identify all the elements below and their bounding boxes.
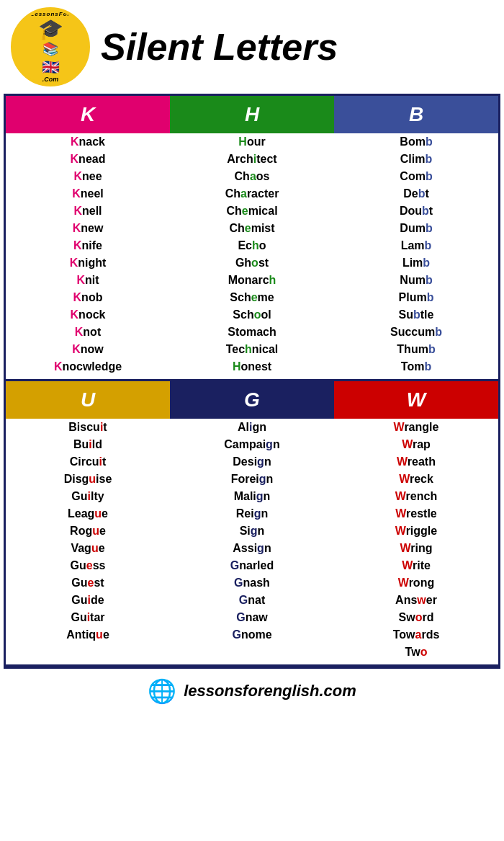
list-item: Numb — [334, 272, 498, 289]
list-item: Limb — [334, 254, 498, 272]
table-row: VagueAssignWring — [6, 540, 498, 557]
header-w: W — [334, 381, 498, 419]
table-row: KnitMonarchNumb — [6, 272, 498, 289]
list-item: Sign — [170, 522, 334, 540]
list-item: Knew — [6, 220, 170, 237]
list-item: Guess — [6, 557, 170, 574]
list-item: Character — [170, 185, 334, 203]
list-item: Chemical — [170, 203, 334, 220]
header-h: H — [170, 96, 334, 133]
list-item: Circuit — [6, 453, 170, 471]
logo-top-text: LessonsFor — [30, 11, 70, 17]
list-item: Two — [334, 644, 498, 664]
list-item: Antique — [6, 626, 170, 644]
list-item: Knob — [6, 289, 170, 306]
list-item: Know — [6, 341, 170, 358]
list-item: Knot — [6, 324, 170, 341]
footer-url: lessonsforenglish.com — [184, 682, 356, 700]
header-k: K — [6, 96, 170, 133]
table-row: RogueSignWriggle — [6, 522, 498, 540]
table-row: KnightGhostLimb — [6, 254, 498, 272]
list-item: Doubt — [334, 203, 498, 220]
list-item: Guilty — [6, 488, 170, 505]
list-item: Debt — [334, 185, 498, 203]
list-item — [6, 644, 170, 664]
list-item: Kneel — [6, 185, 170, 203]
list-item: Gnaw — [170, 609, 334, 626]
list-item: School — [170, 306, 334, 324]
table-row: DisguiseForeignWreck — [6, 471, 498, 488]
table-row: KneeChaosComb — [6, 168, 498, 185]
list-item: Wrestle — [334, 505, 498, 522]
list-item: Technical — [170, 341, 334, 358]
flag-icon: 🇬🇧 — [42, 58, 60, 76]
table-row: GuideGnatAnswer — [6, 592, 498, 609]
list-item: Succumb — [334, 324, 498, 341]
list-item: Knit — [6, 272, 170, 289]
list-item: Knee — [6, 168, 170, 185]
list-item: Foreign — [170, 471, 334, 488]
list-item: Wring — [334, 540, 498, 557]
header: LessonsFor 🎓 📚 🇬🇧 .Com Silent Letters — [0, 0, 504, 94]
table-row: KnifeEchoLamb — [6, 237, 498, 254]
list-item: Reign — [170, 505, 334, 522]
list-item: Stomach — [170, 324, 334, 341]
list-item: Knell — [6, 203, 170, 220]
table-row: Two — [6, 644, 498, 664]
table-row: GuestGnashWrong — [6, 574, 498, 592]
list-item: Wreck — [334, 471, 498, 488]
table-row: KnotStomachSuccumb — [6, 324, 498, 341]
page-title: Silent Letters — [101, 25, 338, 68]
list-item — [170, 644, 334, 664]
table-row: LeagueReignWrestle — [6, 505, 498, 522]
table-row: KnobSchemePlumb — [6, 289, 498, 306]
list-item: Scheme — [170, 289, 334, 306]
list-item: Climb — [334, 151, 498, 168]
list-item: Answer — [334, 592, 498, 609]
list-item: Build — [6, 436, 170, 453]
logo-bottom-text: .Com — [42, 76, 59, 83]
table-row: KnowTechnicalThumb — [6, 341, 498, 358]
list-item: Vague — [6, 540, 170, 557]
list-item: Knead — [6, 151, 170, 168]
table-row: KnocwledgeHonestTomb — [6, 358, 498, 381]
list-item: League — [6, 505, 170, 522]
list-item: Honest — [170, 358, 334, 381]
list-item: Monarch — [170, 272, 334, 289]
list-item: Gnarled — [170, 557, 334, 574]
list-item: Wriggle — [334, 522, 498, 540]
table-row: BiscuitAlignWrangle — [6, 419, 498, 436]
list-item: Disguise — [6, 471, 170, 488]
list-item: Tomb — [334, 358, 498, 381]
table-row: KnellChemicalDoubt — [6, 203, 498, 220]
list-item: Design — [170, 453, 334, 471]
table-row: KnackHourBomb — [6, 133, 498, 151]
list-item: Campaign — [170, 436, 334, 453]
list-item: Guide — [6, 592, 170, 609]
list-item: Subtle — [334, 306, 498, 324]
list-item: Plumb — [334, 289, 498, 306]
logo: LessonsFor 🎓 📚 🇬🇧 .Com — [11, 7, 90, 86]
list-item: Assign — [170, 540, 334, 557]
list-item: Sword — [334, 609, 498, 626]
list-item: Ghost — [170, 254, 334, 272]
list-item: Write — [334, 557, 498, 574]
list-item: Knife — [6, 237, 170, 254]
list-item: Chemist — [170, 220, 334, 237]
list-item: Knack — [6, 133, 170, 151]
table-row: GuiltyMalignWrench — [6, 488, 498, 505]
list-item: Gnome — [170, 626, 334, 644]
list-item: Knight — [6, 254, 170, 272]
table-row: GuitarGnawSword — [6, 609, 498, 626]
list-item: Knock — [6, 306, 170, 324]
list-item: Bomb — [334, 133, 498, 151]
list-item: Towards — [334, 626, 498, 644]
table-row: GuessGnarledWrite — [6, 557, 498, 574]
list-item: Thumb — [334, 341, 498, 358]
list-item: Wrangle — [334, 419, 498, 436]
table-row: KnewChemistDumb — [6, 220, 498, 237]
list-item: Dumb — [334, 220, 498, 237]
books-icon: 📚 — [42, 41, 58, 57]
table-row: KneelCharacterDebt — [6, 185, 498, 203]
section2-header-row: U G W — [6, 381, 498, 419]
